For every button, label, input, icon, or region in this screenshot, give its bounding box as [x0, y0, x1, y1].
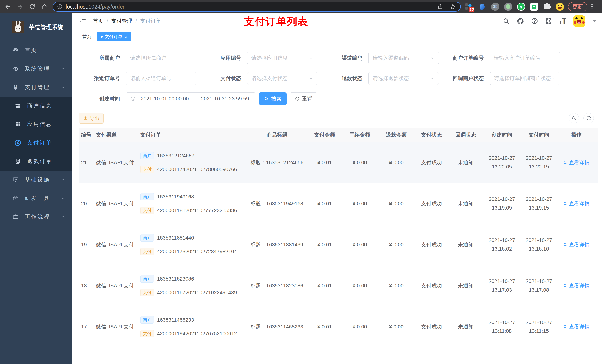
export-button[interactable]: 导出: [79, 113, 104, 124]
view-detail-link[interactable]: 查看详情: [563, 200, 590, 207]
sidebar: 芋道管理系统 首页 系统管理 ¥ 支付管理: [0, 13, 72, 364]
channel-code-select[interactable]: 请输入渠道编码: [368, 52, 439, 64]
tab-close-icon[interactable]: ×: [125, 34, 127, 39]
table-row: 20 微信 JSAPI 支付 商户1635311949168 支付4200001…: [79, 183, 598, 224]
view-detail-link[interactable]: 查看详情: [563, 282, 590, 289]
extension-y-icon[interactable]: y: [517, 2, 526, 11]
search-icon: [563, 201, 568, 206]
sidebar-submenu-payment: 商户信息 应用信息 ¥ 支付订单 退款订单: [0, 96, 72, 171]
extension-balloon-icon[interactable]: [478, 2, 487, 11]
info-icon[interactable]: [57, 4, 63, 10]
sidebar-item-app-info[interactable]: 应用信息: [0, 115, 72, 134]
url-bar[interactable]: localhost:1024/pay/order: [53, 2, 461, 12]
home-icon[interactable]: [41, 3, 48, 10]
update-button[interactable]: 更新: [568, 2, 587, 11]
sidebar-item-home[interactable]: 首页: [0, 41, 72, 60]
merchant-tag: 商户: [140, 193, 154, 200]
view-detail-link[interactable]: 查看详情: [563, 323, 590, 330]
search-icon: [264, 96, 269, 101]
extension-emoji-icon[interactable]: [556, 2, 564, 11]
sidebar-item-payment[interactable]: ¥ 支付管理: [0, 78, 72, 96]
range-dash: -: [194, 96, 196, 102]
user-avatar[interactable]: [573, 15, 585, 27]
chevron-down-icon: [551, 76, 556, 81]
sidebar-item-merchant-info[interactable]: 商户信息: [0, 96, 72, 115]
breadcrumb-home[interactable]: 首页: [93, 18, 103, 25]
tab-pay-order[interactable]: 支付订单 ×: [97, 32, 131, 42]
extension-cmd-icon[interactable]: ⌘: [491, 2, 500, 11]
reload-icon[interactable]: [29, 3, 36, 10]
font-size-icon[interactable]: TT: [559, 18, 567, 24]
sidebar-item-dev-tools[interactable]: 研发工具: [0, 189, 72, 208]
app-select[interactable]: 请选择应用信息: [247, 52, 317, 64]
sidebar-item-workflow[interactable]: 工作流程: [0, 208, 72, 226]
svg-text:¥: ¥: [17, 141, 19, 145]
extension-badge: 10: [469, 7, 474, 12]
view-detail-link[interactable]: 查看详情: [563, 159, 590, 166]
help-icon[interactable]: [531, 18, 538, 25]
briefcase-icon: [12, 214, 19, 220]
back-icon[interactable]: [4, 3, 11, 10]
documents-icon: [14, 158, 22, 164]
tab-home[interactable]: 首页: [79, 32, 95, 42]
grid-icon: [14, 121, 22, 127]
bookmark-star-icon[interactable]: [449, 3, 456, 10]
app-logo: 芋道管理系统: [0, 13, 72, 41]
callback-status-select[interactable]: 请选择订单回调商户状态: [490, 72, 560, 85]
sidebar-item-system[interactable]: 系统管理: [0, 60, 72, 78]
refresh-table-button[interactable]: [583, 113, 594, 123]
pay-tag: 支付: [140, 166, 154, 173]
gear-icon: [12, 66, 19, 72]
merchant-tag: 商户: [140, 275, 154, 283]
shop-icon: [14, 103, 22, 109]
chevron-down-icon: [61, 196, 65, 200]
extension-chat-icon[interactable]: [530, 2, 538, 11]
toggle-search-button[interactable]: [569, 113, 579, 123]
pay-status-select[interactable]: 请选择支付状态: [247, 72, 317, 85]
search-button[interactable]: 搜索: [259, 93, 287, 105]
status-badge: 支付成功: [415, 282, 448, 289]
chevron-down-icon: [61, 215, 65, 219]
sidebar-fold-icon[interactable]: [79, 17, 86, 25]
dropdown-caret-icon[interactable]: [593, 20, 596, 22]
refresh-icon: [586, 116, 591, 121]
browser-menu-icon[interactable]: [591, 3, 593, 10]
create-time-range-picker[interactable]: 2021-10-01 00:00:00 - 2021-10-31 23:59:5…: [126, 93, 256, 105]
sidebar-item-pay-order[interactable]: ¥ 支付订单: [0, 134, 72, 152]
merchant-input[interactable]: [126, 52, 196, 64]
table-row: 19 微信 JSAPI 支付 商户1635311881440 支付4200001…: [79, 224, 598, 265]
extension-recorder-icon[interactable]: [504, 2, 513, 11]
page-content: 所属商户 应用编号 请选择应用信息 渠道编码 请输入渠道编码: [72, 44, 602, 364]
merchant-tag: 商户: [140, 316, 154, 324]
sidebar-item-refund-order[interactable]: 退款订单: [0, 152, 72, 171]
view-detail-link[interactable]: 查看详情: [563, 241, 590, 248]
range-start: 2021-10-01 00:00:00: [139, 96, 191, 102]
chevron-down-icon: [61, 177, 65, 182]
search-icon[interactable]: [503, 18, 510, 25]
merchant-order-no-input[interactable]: [490, 52, 560, 64]
share-icon[interactable]: [437, 3, 444, 10]
download-icon: [83, 116, 88, 121]
table-header: 编号 支付渠道 支付订单 商品标题 支付金额 手续金额 退款金额 支付状态 回调…: [79, 128, 598, 142]
search-icon: [563, 242, 568, 247]
table-row: 17 微信 JSAPI 支付 商户1635311468233 支付4200001…: [79, 306, 598, 347]
chevron-down-icon: [61, 67, 65, 71]
sidebar-item-infrastructure[interactable]: 基础设施: [0, 171, 72, 189]
orders-table: 编号 支付渠道 支付订单 商品标题 支付金额 手续金额 退款金额 支付状态 回调…: [79, 128, 598, 364]
table-row: 21 微信 JSAPI 支付 商户1635312124657 支付4200001…: [79, 142, 598, 183]
search-icon: [563, 283, 568, 288]
extension-sketch-icon[interactable]: 10: [465, 2, 474, 11]
channel-order-no-input[interactable]: [126, 72, 196, 85]
merchant-tag: 商户: [140, 152, 154, 159]
reset-button[interactable]: 重置: [290, 93, 317, 105]
browser-bar: localhost:1024/pay/order 10 ⌘ y 更新: [0, 0, 602, 13]
breadcrumb-payment[interactable]: 支付管理: [111, 18, 132, 25]
status-badge: 支付成功: [415, 159, 448, 166]
forward-icon[interactable]: [16, 3, 24, 10]
extensions-puzzle-icon[interactable]: [543, 2, 551, 11]
refund-status-select[interactable]: 请选择退款状态: [368, 72, 439, 85]
github-icon[interactable]: [517, 17, 524, 25]
fullscreen-icon[interactable]: [545, 18, 552, 25]
tab-active-dot: [100, 35, 103, 38]
status-badge: 支付成功: [415, 241, 448, 248]
